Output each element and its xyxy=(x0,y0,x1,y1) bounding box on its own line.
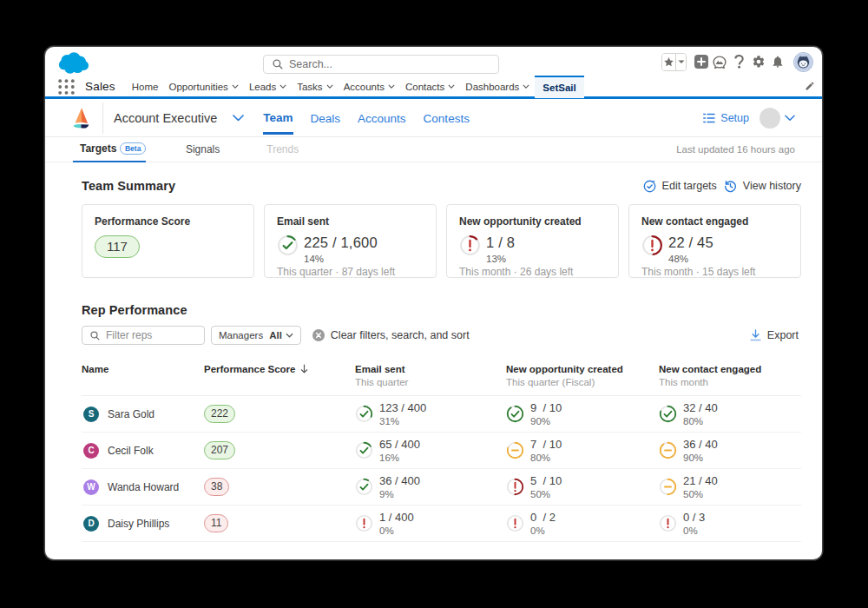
nav-tab-leads[interactable]: Leads xyxy=(244,76,292,98)
setsail-header: Account Executive Team Deals Accounts Co… xyxy=(45,99,822,137)
user-avatar[interactable] xyxy=(793,52,813,72)
tab-accounts[interactable]: Accounts xyxy=(358,110,406,125)
new-contact-metric: 32 / 4080% xyxy=(659,401,800,426)
help-icon[interactable] xyxy=(734,55,744,69)
last-updated-text: Last updated 16 hours ago xyxy=(676,144,795,155)
role-selector[interactable]: Account Executive xyxy=(114,111,244,125)
nav-tab-dashboards[interactable]: Dashboards xyxy=(460,76,535,98)
table-row[interactable]: W Wanda Howard 38 36 / 4009% 5 / 1050% xyxy=(82,469,801,506)
setup-gear-icon[interactable] xyxy=(752,55,766,69)
rep-avatar: D xyxy=(83,516,99,532)
rep-name: Wanda Howard xyxy=(108,481,179,493)
download-icon xyxy=(750,329,761,341)
performance-score-badge: 207 xyxy=(204,441,235,459)
email-sent-metric: 65 / 40016% xyxy=(355,438,506,463)
chevron-down-icon[interactable] xyxy=(785,115,795,122)
search-icon xyxy=(273,59,283,69)
target-check-icon xyxy=(643,180,656,193)
card-email-sent: Email sent 225 / 1,600 14% This quarter … xyxy=(264,204,437,278)
column-header-email-sent[interactable]: Email sent This quarter xyxy=(355,364,506,387)
tab-team[interactable]: Team xyxy=(263,102,293,135)
progress-ring-icon xyxy=(506,405,524,423)
global-search-input[interactable]: Search... xyxy=(263,55,499,74)
progress-ring-icon xyxy=(506,514,524,532)
rep-performance-header: Rep Performance xyxy=(82,303,801,317)
table-row[interactable]: C Cecil Folk 207 65 / 40016% 7 / 1080% xyxy=(82,433,801,469)
tab-deals[interactable]: Deals xyxy=(311,110,341,125)
new-contact-metric: 36 / 4090% xyxy=(659,438,800,463)
progress-ring-icon xyxy=(659,405,677,423)
progress-ring-icon xyxy=(506,478,524,496)
app-window: Search... xyxy=(45,47,822,559)
progress-ring-icon xyxy=(641,235,663,256)
setsail-logo xyxy=(72,107,90,129)
divider xyxy=(102,102,103,134)
nav-tab-setsail[interactable]: SetSail xyxy=(535,76,583,98)
nav-tab-opportunities[interactable]: Opportunities xyxy=(163,76,243,98)
app-launcher-icon[interactable] xyxy=(58,79,75,95)
column-header-performance-score[interactable]: Performance Score xyxy=(204,364,355,387)
filter-placeholder: Filter reps xyxy=(106,329,152,341)
chevron-down-icon xyxy=(286,333,293,338)
subtab-signals[interactable]: Signals xyxy=(179,137,227,162)
edit-nav-pencil-icon[interactable] xyxy=(805,81,815,91)
rep-name: Daisy Phillips xyxy=(108,518,169,530)
managers-dropdown[interactable]: ManagersAll xyxy=(211,326,301,345)
progress-ring-icon xyxy=(355,405,373,423)
progress-ring-icon xyxy=(459,235,481,256)
card-new-opportunity: New opportunity created 1 / 8 13% This m… xyxy=(446,204,619,278)
table-body: S Sara Gold 222 123 / 40031% 9 / 1090% xyxy=(82,396,801,542)
setup-link[interactable]: Setup xyxy=(703,112,749,124)
notifications-bell-icon[interactable] xyxy=(771,55,785,69)
salesforce-nav-bar: Sales Home Opportunities Leads Tasks Acc… xyxy=(45,76,822,99)
table-header: Name Performance Score Email sent This q… xyxy=(82,364,801,396)
favorites-button[interactable] xyxy=(661,53,687,71)
sort-descending-icon xyxy=(300,364,308,373)
card-performance-score: Performance Score 117 xyxy=(82,204,254,278)
star-icon[interactable] xyxy=(662,54,675,70)
export-button[interactable]: Export xyxy=(750,329,801,341)
column-header-new-contact[interactable]: New contact engaged This month xyxy=(659,364,800,387)
rep-performance-title: Rep Performance xyxy=(82,303,187,317)
trailhead-icon[interactable] xyxy=(713,56,727,69)
table-row[interactable]: S Sara Gold 222 123 / 40031% 9 / 1090% xyxy=(82,396,801,433)
clear-filters-button[interactable]: Clear filters, search, and sort xyxy=(312,329,470,341)
chevron-down-icon xyxy=(448,84,455,89)
favorites-dropdown-icon[interactable] xyxy=(675,54,686,70)
progress-ring-icon xyxy=(506,441,524,459)
chevron-down-icon xyxy=(233,115,244,122)
rep-avatar: W xyxy=(83,479,99,495)
progress-ring-icon xyxy=(659,514,677,532)
profile-avatar[interactable] xyxy=(760,108,780,129)
view-history-button[interactable]: View history xyxy=(724,180,801,193)
nav-tab-accounts[interactable]: Accounts xyxy=(339,76,400,98)
setsail-subnav: Targets Beta Signals Trends Last updated… xyxy=(45,137,822,162)
progress-ring-icon xyxy=(659,441,677,459)
chevron-down-icon xyxy=(388,84,395,89)
close-circle-icon xyxy=(312,329,325,341)
setsail-tabs: Team Deals Accounts Contests xyxy=(263,99,470,137)
new-opportunity-metric: 7 / 1080% xyxy=(506,438,659,463)
new-contact-metric: 21 / 4050% xyxy=(659,474,800,499)
performance-score-badge: 38 xyxy=(204,478,229,496)
nav-tab-contacts[interactable]: Contacts xyxy=(400,76,460,98)
chevron-down-icon xyxy=(326,84,333,89)
nav-tab-tasks[interactable]: Tasks xyxy=(292,76,338,98)
team-summary-actions: Edit targets View history xyxy=(643,180,801,193)
column-header-name[interactable]: Name xyxy=(82,364,204,387)
search-placeholder: Search... xyxy=(289,58,332,70)
nav-tab-home[interactable]: Home xyxy=(127,76,164,98)
global-actions-plus-icon[interactable] xyxy=(694,55,708,69)
new-contact-metric: 0 / 30% xyxy=(659,511,800,536)
column-header-new-opportunity[interactable]: New opportunity created This quarter (Fi… xyxy=(506,364,659,387)
progress-ring-icon xyxy=(659,478,677,496)
table-row[interactable]: D Daisy Phillips 11 1 / 4000% 0 / 20% xyxy=(82,506,801,542)
new-opportunity-metric: 0 / 20% xyxy=(506,511,659,536)
tab-contests[interactable]: Contests xyxy=(424,110,470,125)
subtab-trends: Trends xyxy=(260,137,306,162)
beta-badge: Beta xyxy=(120,142,145,155)
performance-score-badge: 117 xyxy=(95,235,140,258)
subtab-targets[interactable]: Targets Beta xyxy=(73,137,146,162)
filter-reps-input[interactable]: Filter reps xyxy=(82,326,205,345)
edit-targets-button[interactable]: Edit targets xyxy=(643,180,717,193)
